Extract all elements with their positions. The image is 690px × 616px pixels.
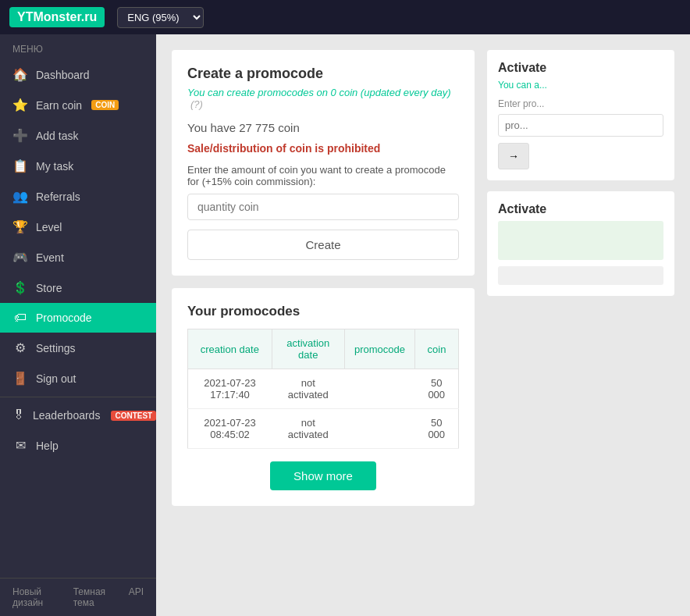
leaderboards-label: Leaderboards	[33, 409, 100, 422]
menu-label: Меню	[0, 34, 156, 59]
create-promocode-subtitle: You can create promocodes on 0 coin (upd…	[187, 87, 459, 110]
row1-promocode	[344, 369, 414, 409]
logo: YTMonster.ru	[9, 7, 105, 27]
activate-card-bottom: Activate	[487, 191, 674, 296]
footer-link-api[interactable]: API	[129, 586, 144, 608]
help-label: Help	[36, 440, 59, 452]
dollar-icon: 💲	[12, 280, 28, 295]
activate-bottom-title: Activate	[498, 202, 663, 216]
event-icon: 🎮	[12, 250, 28, 265]
quantity-input[interactable]	[187, 194, 459, 220]
sidebar-item-label: Sign out	[36, 372, 76, 385]
sidebar-item-label: Level	[36, 221, 62, 233]
main-panel: Create a promocode You can create promoc…	[172, 50, 475, 600]
activate-button[interactable]: →	[498, 143, 529, 169]
row1-coin: 50 000	[414, 369, 458, 409]
plus-icon: ➕	[12, 128, 28, 143]
coin-balance: You have 27 775 coin	[187, 121, 459, 134]
language-select[interactable]: ENG (95%) RUS (100%)	[117, 7, 204, 28]
main-layout: Меню 🏠 Dashboard ⭐ Earn coin COIN ➕ Add …	[0, 34, 690, 616]
sidebar-item-label: My task	[36, 160, 73, 173]
footer-link-dark-theme[interactable]: Темная тема	[73, 586, 121, 608]
row2-promocode	[344, 409, 414, 449]
sidebar-item-earn-coin[interactable]: ⭐ Earn coin COIN	[0, 90, 156, 120]
row2-coin: 50 000	[414, 409, 458, 449]
activate-title: Activate	[498, 61, 663, 75]
sidebar-item-add-task[interactable]: ➕ Add task	[0, 120, 156, 151]
sidebar-item-label: Event	[36, 251, 64, 264]
sidebar-item-label: Earn coin	[36, 99, 82, 112]
sidebar-item-store[interactable]: 💲 Store	[0, 272, 156, 303]
sidebar-item-label: Dashboard	[36, 69, 90, 81]
row2-creation-date: 2021-07-23 08:45:02	[188, 409, 272, 449]
sidebar-item-help[interactable]: ✉ Help	[0, 430, 156, 461]
home-icon: 🏠	[12, 67, 28, 82]
subtitle-prefix: You can create promocodes on 0 coin (	[187, 87, 364, 98]
sidebar-item-label: Add task	[36, 130, 78, 142]
sidebar-item-label: Store	[36, 282, 62, 294]
tag-icon: 🏷	[12, 311, 28, 325]
right-panel: Activate You can a... Enter pro... → Act…	[487, 50, 674, 600]
sidebar-item-label: Referrals	[36, 190, 80, 203]
subtitle-italic: updated every day	[364, 87, 447, 98]
content-area: Create a promocode You can create promoc…	[156, 34, 690, 616]
table-row: 2021-07-23 17:17:40 not activated 50 000	[188, 369, 459, 409]
show-more-button[interactable]: Show more	[270, 461, 376, 490]
gear-icon: ⚙	[12, 340, 28, 355]
col-activation-date: activation date	[272, 329, 344, 369]
sidebar-item-label: Settings	[36, 342, 76, 354]
your-promocodes-title: Your promocodes	[187, 304, 459, 319]
users-icon: 👥	[12, 189, 28, 204]
promocodes-table: creation date activation date promocode …	[187, 329, 459, 449]
sidebar-item-sign-out[interactable]: 🚪 Sign out	[0, 363, 156, 393]
sidebar-item-dashboard[interactable]: 🏠 Dashboard	[0, 59, 156, 90]
activate-card-top: Activate You can a... Enter pro... →	[487, 50, 674, 180]
row2-activation-date: not activated	[272, 409, 344, 449]
create-button[interactable]: Create	[187, 230, 459, 260]
subtitle-help[interactable]: (?)	[190, 98, 203, 110]
sidebar-item-label: Promocode	[36, 312, 92, 324]
sidebar-footer: Новый дизайн Темная тема API	[0, 578, 156, 616]
sidebar-item-settings[interactable]: ⚙ Settings	[0, 333, 156, 363]
sidebar-divider	[0, 397, 156, 397]
star-icon: ⭐	[12, 98, 28, 112]
create-promocode-card: Create a promocode You can create promoc…	[172, 50, 475, 276]
col-coin: coin	[414, 329, 458, 369]
col-promocode: promocode	[344, 329, 414, 369]
row1-activation-date: not activated	[272, 369, 344, 409]
table-row: 2021-07-23 08:45:02 not activated 50 000	[188, 409, 459, 449]
row1-creation-date: 2021-07-23 17:17:40	[188, 369, 272, 409]
sidebar-item-my-task[interactable]: 📋 My task	[0, 151, 156, 181]
sidebar-item-referrals[interactable]: 👥 Referrals	[0, 181, 156, 212]
warning-text: Sale/distribution of coin is prohibited	[187, 142, 459, 155]
footer-link-new-design[interactable]: Новый дизайн	[12, 586, 66, 608]
col-creation-date: creation date	[188, 329, 272, 369]
trophy-icon: 🏆	[12, 219, 28, 234]
sidebar: Меню 🏠 Dashboard ⭐ Earn coin COIN ➕ Add …	[0, 34, 156, 616]
enter-label: Enter the amount of coin you want to cre…	[187, 164, 459, 187]
leaderboard-icon: 🎖	[12, 408, 25, 422]
signout-icon: 🚪	[12, 371, 28, 386]
sidebar-item-level[interactable]: 🏆 Level	[0, 212, 156, 242]
help-icon: ✉	[12, 438, 28, 453]
contest-badge: CONTEST	[111, 411, 156, 421]
sidebar-item-promocode[interactable]: 🏷 Promocode	[0, 303, 156, 333]
your-promocodes-card: Your promocodes creation date activation…	[172, 288, 475, 506]
create-promocode-title: Create a promocode	[187, 66, 459, 82]
list-icon: 📋	[12, 158, 28, 173]
activate-bottom-content	[498, 221, 663, 260]
activate-promo-input[interactable]	[498, 114, 663, 137]
activate-subtitle: You can a...	[498, 80, 663, 91]
sidebar-item-event[interactable]: 🎮 Event	[0, 242, 156, 272]
activate-input-label: Enter pro...	[498, 98, 663, 109]
topbar: YTMonster.ru ENG (95%) RUS (100%)	[0, 0, 690, 34]
sidebar-item-leaderboards[interactable]: 🎖 Leaderboards CONTEST	[0, 401, 156, 430]
activate-bottom-bar	[498, 266, 663, 285]
coin-badge: COIN	[91, 100, 119, 110]
subtitle-suffix: )	[447, 87, 450, 98]
